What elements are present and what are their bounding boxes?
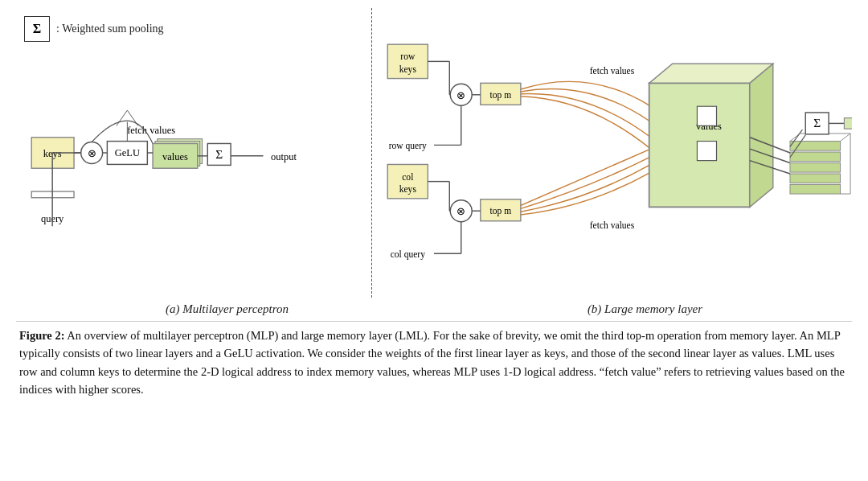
- svg-text:row: row: [400, 51, 416, 61]
- svg-text:⊗: ⊗: [88, 147, 96, 159]
- svg-rect-61: [697, 142, 716, 161]
- left-panel: Σ : Weighted sum pooling keys query ⊗: [16, 8, 372, 298]
- diagram-area: Σ : Weighted sum pooling keys query ⊗: [16, 8, 852, 298]
- svg-line-68: [841, 134, 851, 142]
- svg-marker-58: [750, 64, 773, 207]
- left-caption: (a) Multilayer perceptron: [166, 302, 289, 316]
- svg-rect-60: [697, 106, 716, 125]
- right-diagram-svg: row keys row query col keys col query ⊗: [372, 8, 852, 298]
- svg-text:Σ: Σ: [215, 147, 223, 161]
- right-panel: row keys row query col keys col query ⊗: [372, 8, 852, 298]
- svg-text:⊗: ⊗: [457, 89, 465, 101]
- svg-text:fetch values: fetch values: [590, 66, 635, 76]
- caption-area: (a) Multilayer perceptron (b) Large memo…: [16, 298, 852, 319]
- svg-text:GeLU: GeLU: [115, 147, 140, 158]
- svg-text:fetch values: fetch values: [127, 125, 175, 136]
- svg-text:keys: keys: [399, 184, 417, 195]
- svg-text:col: col: [402, 172, 413, 182]
- svg-text:top m: top m: [490, 90, 512, 101]
- svg-text:fetch values: fetch values: [590, 220, 635, 230]
- main-container: Σ : Weighted sum pooling keys query ⊗: [0, 0, 868, 481]
- figure-text: An overview of multilayer perceptron (ML…: [19, 329, 845, 396]
- svg-rect-63: [790, 152, 841, 162]
- svg-rect-66: [790, 184, 841, 194]
- figure-caption: Figure 2: An overview of multilayer perc…: [16, 323, 852, 399]
- right-caption: (b) Large memory layer: [588, 302, 702, 316]
- svg-text:Σ: Σ: [813, 116, 821, 130]
- svg-text:row query: row query: [389, 141, 427, 151]
- svg-text:top m: top m: [490, 206, 512, 216]
- left-diagram-svg: keys query ⊗ GeLU: [16, 8, 371, 298]
- svg-text:keys: keys: [399, 64, 417, 75]
- svg-text:⊗: ⊗: [457, 205, 465, 217]
- svg-text:output: output: [271, 151, 297, 162]
- svg-rect-78: [844, 118, 852, 129]
- svg-rect-65: [790, 174, 841, 183]
- svg-text:values: values: [162, 151, 188, 162]
- svg-rect-64: [790, 163, 841, 173]
- svg-text:col query: col query: [391, 249, 426, 260]
- figure-label: Figure 2:: [19, 329, 65, 342]
